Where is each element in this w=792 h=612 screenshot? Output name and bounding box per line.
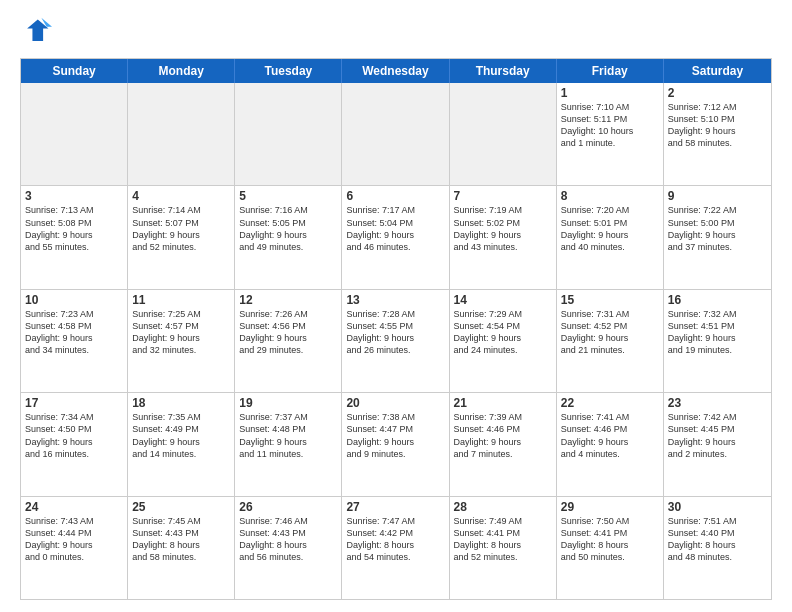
header-day-sunday: Sunday [21, 59, 128, 83]
day-cell-27: 27Sunrise: 7:47 AMSunset: 4:42 PMDayligh… [342, 497, 449, 599]
day-number: 9 [668, 189, 767, 203]
day-info: Sunrise: 7:43 AMSunset: 4:44 PMDaylight:… [25, 515, 123, 564]
day-info: Sunrise: 7:17 AMSunset: 5:04 PMDaylight:… [346, 204, 444, 253]
day-cell-24: 24Sunrise: 7:43 AMSunset: 4:44 PMDayligh… [21, 497, 128, 599]
logo-icon [20, 16, 52, 48]
day-info: Sunrise: 7:14 AMSunset: 5:07 PMDaylight:… [132, 204, 230, 253]
day-number: 28 [454, 500, 552, 514]
day-info: Sunrise: 7:29 AMSunset: 4:54 PMDaylight:… [454, 308, 552, 357]
day-number: 19 [239, 396, 337, 410]
day-info: Sunrise: 7:26 AMSunset: 4:56 PMDaylight:… [239, 308, 337, 357]
day-number: 18 [132, 396, 230, 410]
day-number: 15 [561, 293, 659, 307]
empty-cell [21, 83, 128, 185]
day-info: Sunrise: 7:39 AMSunset: 4:46 PMDaylight:… [454, 411, 552, 460]
day-number: 1 [561, 86, 659, 100]
day-cell-26: 26Sunrise: 7:46 AMSunset: 4:43 PMDayligh… [235, 497, 342, 599]
day-cell-25: 25Sunrise: 7:45 AMSunset: 4:43 PMDayligh… [128, 497, 235, 599]
header-day-friday: Friday [557, 59, 664, 83]
calendar-header: SundayMondayTuesdayWednesdayThursdayFrid… [21, 59, 771, 83]
day-number: 22 [561, 396, 659, 410]
day-info: Sunrise: 7:10 AMSunset: 5:11 PMDaylight:… [561, 101, 659, 150]
day-number: 14 [454, 293, 552, 307]
day-cell-23: 23Sunrise: 7:42 AMSunset: 4:45 PMDayligh… [664, 393, 771, 495]
week-row-1: 1Sunrise: 7:10 AMSunset: 5:11 PMDaylight… [21, 83, 771, 185]
day-number: 27 [346, 500, 444, 514]
day-number: 17 [25, 396, 123, 410]
day-number: 16 [668, 293, 767, 307]
day-number: 30 [668, 500, 767, 514]
day-info: Sunrise: 7:45 AMSunset: 4:43 PMDaylight:… [132, 515, 230, 564]
day-number: 12 [239, 293, 337, 307]
day-cell-14: 14Sunrise: 7:29 AMSunset: 4:54 PMDayligh… [450, 290, 557, 392]
day-info: Sunrise: 7:23 AMSunset: 4:58 PMDaylight:… [25, 308, 123, 357]
day-cell-16: 16Sunrise: 7:32 AMSunset: 4:51 PMDayligh… [664, 290, 771, 392]
day-info: Sunrise: 7:25 AMSunset: 4:57 PMDaylight:… [132, 308, 230, 357]
calendar: SundayMondayTuesdayWednesdayThursdayFrid… [20, 58, 772, 600]
day-number: 20 [346, 396, 444, 410]
day-info: Sunrise: 7:20 AMSunset: 5:01 PMDaylight:… [561, 204, 659, 253]
day-cell-18: 18Sunrise: 7:35 AMSunset: 4:49 PMDayligh… [128, 393, 235, 495]
day-cell-6: 6Sunrise: 7:17 AMSunset: 5:04 PMDaylight… [342, 186, 449, 288]
header-day-saturday: Saturday [664, 59, 771, 83]
day-info: Sunrise: 7:41 AMSunset: 4:46 PMDaylight:… [561, 411, 659, 460]
empty-cell [128, 83, 235, 185]
day-cell-29: 29Sunrise: 7:50 AMSunset: 4:41 PMDayligh… [557, 497, 664, 599]
header-day-monday: Monday [128, 59, 235, 83]
day-info: Sunrise: 7:13 AMSunset: 5:08 PMDaylight:… [25, 204, 123, 253]
day-info: Sunrise: 7:35 AMSunset: 4:49 PMDaylight:… [132, 411, 230, 460]
week-row-5: 24Sunrise: 7:43 AMSunset: 4:44 PMDayligh… [21, 496, 771, 599]
day-number: 3 [25, 189, 123, 203]
day-cell-1: 1Sunrise: 7:10 AMSunset: 5:11 PMDaylight… [557, 83, 664, 185]
header [20, 16, 772, 48]
day-number: 25 [132, 500, 230, 514]
day-info: Sunrise: 7:22 AMSunset: 5:00 PMDaylight:… [668, 204, 767, 253]
day-info: Sunrise: 7:49 AMSunset: 4:41 PMDaylight:… [454, 515, 552, 564]
day-number: 8 [561, 189, 659, 203]
day-info: Sunrise: 7:37 AMSunset: 4:48 PMDaylight:… [239, 411, 337, 460]
day-info: Sunrise: 7:16 AMSunset: 5:05 PMDaylight:… [239, 204, 337, 253]
day-info: Sunrise: 7:38 AMSunset: 4:47 PMDaylight:… [346, 411, 444, 460]
day-number: 26 [239, 500, 337, 514]
day-info: Sunrise: 7:28 AMSunset: 4:55 PMDaylight:… [346, 308, 444, 357]
day-cell-11: 11Sunrise: 7:25 AMSunset: 4:57 PMDayligh… [128, 290, 235, 392]
day-info: Sunrise: 7:32 AMSunset: 4:51 PMDaylight:… [668, 308, 767, 357]
day-cell-30: 30Sunrise: 7:51 AMSunset: 4:40 PMDayligh… [664, 497, 771, 599]
week-row-2: 3Sunrise: 7:13 AMSunset: 5:08 PMDaylight… [21, 185, 771, 288]
day-info: Sunrise: 7:50 AMSunset: 4:41 PMDaylight:… [561, 515, 659, 564]
day-number: 5 [239, 189, 337, 203]
day-cell-7: 7Sunrise: 7:19 AMSunset: 5:02 PMDaylight… [450, 186, 557, 288]
day-number: 7 [454, 189, 552, 203]
empty-cell [450, 83, 557, 185]
day-number: 4 [132, 189, 230, 203]
header-day-thursday: Thursday [450, 59, 557, 83]
day-info: Sunrise: 7:19 AMSunset: 5:02 PMDaylight:… [454, 204, 552, 253]
day-cell-12: 12Sunrise: 7:26 AMSunset: 4:56 PMDayligh… [235, 290, 342, 392]
day-number: 23 [668, 396, 767, 410]
header-day-wednesday: Wednesday [342, 59, 449, 83]
day-cell-2: 2Sunrise: 7:12 AMSunset: 5:10 PMDaylight… [664, 83, 771, 185]
empty-cell [235, 83, 342, 185]
day-info: Sunrise: 7:31 AMSunset: 4:52 PMDaylight:… [561, 308, 659, 357]
week-row-3: 10Sunrise: 7:23 AMSunset: 4:58 PMDayligh… [21, 289, 771, 392]
day-cell-5: 5Sunrise: 7:16 AMSunset: 5:05 PMDaylight… [235, 186, 342, 288]
page: SundayMondayTuesdayWednesdayThursdayFrid… [0, 0, 792, 612]
day-number: 10 [25, 293, 123, 307]
day-number: 6 [346, 189, 444, 203]
day-cell-13: 13Sunrise: 7:28 AMSunset: 4:55 PMDayligh… [342, 290, 449, 392]
empty-cell [342, 83, 449, 185]
day-info: Sunrise: 7:46 AMSunset: 4:43 PMDaylight:… [239, 515, 337, 564]
day-info: Sunrise: 7:12 AMSunset: 5:10 PMDaylight:… [668, 101, 767, 150]
day-cell-20: 20Sunrise: 7:38 AMSunset: 4:47 PMDayligh… [342, 393, 449, 495]
day-info: Sunrise: 7:47 AMSunset: 4:42 PMDaylight:… [346, 515, 444, 564]
day-cell-8: 8Sunrise: 7:20 AMSunset: 5:01 PMDaylight… [557, 186, 664, 288]
calendar-body: 1Sunrise: 7:10 AMSunset: 5:11 PMDaylight… [21, 83, 771, 599]
day-cell-21: 21Sunrise: 7:39 AMSunset: 4:46 PMDayligh… [450, 393, 557, 495]
day-cell-19: 19Sunrise: 7:37 AMSunset: 4:48 PMDayligh… [235, 393, 342, 495]
day-number: 21 [454, 396, 552, 410]
day-info: Sunrise: 7:34 AMSunset: 4:50 PMDaylight:… [25, 411, 123, 460]
day-cell-22: 22Sunrise: 7:41 AMSunset: 4:46 PMDayligh… [557, 393, 664, 495]
logo [20, 16, 56, 48]
day-cell-10: 10Sunrise: 7:23 AMSunset: 4:58 PMDayligh… [21, 290, 128, 392]
day-cell-9: 9Sunrise: 7:22 AMSunset: 5:00 PMDaylight… [664, 186, 771, 288]
